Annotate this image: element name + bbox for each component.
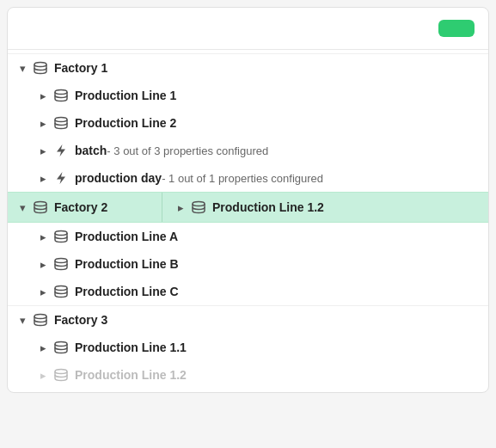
chevron-icon — [35, 367, 51, 383]
item-label: Production Line C — [75, 285, 179, 298]
item-label: Production Line 1.2 — [75, 368, 187, 382]
chevron-icon — [35, 170, 51, 186]
svg-point-10 — [55, 370, 67, 374]
svg-point-9 — [55, 342, 67, 347]
factory2-label: Factory 2 — [54, 200, 107, 214]
tree-item-factory2[interactable]: Factory 2 — [8, 193, 162, 222]
chevron-icon — [35, 88, 51, 103]
bolt-icon — [52, 169, 70, 187]
asset-icon — [52, 114, 70, 132]
item-label: Production Line A — [75, 230, 178, 243]
tree-item[interactable]: Production Line 2 — [8, 109, 488, 137]
tree-item[interactable]: Production Line A — [8, 223, 488, 250]
asset-icon — [52, 255, 70, 273]
chevron-icon — [35, 115, 51, 131]
chevron-right-icon — [173, 199, 188, 215]
chevron-icon — [35, 256, 51, 272]
asset-icon — [52, 339, 70, 356]
tree-item[interactable]: Factory 3 — [8, 305, 488, 334]
factory-icon — [32, 311, 49, 328]
tree-item[interactable]: Production Line 1.2 — [8, 361, 488, 389]
prodline12-selected-label: Production Line 1.2 — [212, 200, 324, 214]
item-label: Production Line B — [75, 257, 179, 271]
svg-point-1 — [55, 90, 67, 95]
chevron-down-icon — [15, 199, 30, 215]
chevron-icon — [15, 312, 30, 328]
item-meta: - 3 out of 3 properties configured — [107, 144, 268, 157]
asset-icon — [52, 283, 70, 300]
split-row-factory2-prodline12: Factory 2 Production Line 1.2 — [8, 192, 488, 223]
tree-item-prodline12-selected[interactable]: Production Line 1.2 — [162, 193, 488, 222]
asset-icon — [52, 366, 70, 384]
item-label: Factory 1 — [54, 61, 107, 75]
svg-point-4 — [193, 202, 205, 206]
svg-point-5 — [55, 231, 67, 236]
create-asset-button[interactable] — [438, 20, 475, 37]
tree-item[interactable]: Production Line 1.1 — [8, 334, 488, 361]
chevron-icon — [15, 60, 30, 76]
factory-icon — [32, 199, 49, 216]
item-label: production day — [75, 171, 162, 185]
svg-point-0 — [34, 63, 46, 67]
item-meta: - 1 out of 1 properties configured — [162, 172, 323, 185]
item-label: Production Line 1.1 — [75, 341, 187, 354]
panel-header — [8, 8, 488, 50]
chevron-icon — [35, 284, 51, 299]
svg-point-3 — [34, 202, 46, 206]
tree-item[interactable]: Production Line B — [8, 250, 488, 278]
svg-point-8 — [34, 315, 46, 319]
tree-item[interactable]: Production Line C — [8, 278, 488, 305]
asset-icon — [52, 87, 70, 104]
chevron-icon — [35, 143, 51, 158]
asset-icon — [190, 199, 207, 216]
tree-item[interactable]: Production Line 1 — [8, 82, 488, 109]
item-label: batch — [75, 144, 107, 157]
item-label: Production Line 1 — [75, 89, 176, 102]
item-label: Factory 3 — [54, 313, 107, 327]
tree-item[interactable]: production day - 1 out of 1 properties c… — [8, 164, 488, 192]
tree-item[interactable]: Factory 1 — [8, 53, 488, 82]
asset-icon — [52, 228, 70, 245]
asset-tree: Factory 1 Production Line 1 Production L… — [8, 50, 488, 392]
svg-point-7 — [55, 286, 67, 291]
factory-icon — [32, 59, 49, 77]
chevron-icon — [35, 340, 51, 355]
svg-point-6 — [55, 259, 67, 263]
assets-panel: Factory 1 Production Line 1 Production L… — [7, 7, 489, 393]
chevron-icon — [35, 229, 51, 244]
svg-point-2 — [55, 118, 67, 122]
bolt-icon — [52, 142, 70, 159]
item-label: Production Line 2 — [75, 116, 176, 130]
tree-item[interactable]: batch - 3 out of 3 properties configured — [8, 137, 488, 164]
